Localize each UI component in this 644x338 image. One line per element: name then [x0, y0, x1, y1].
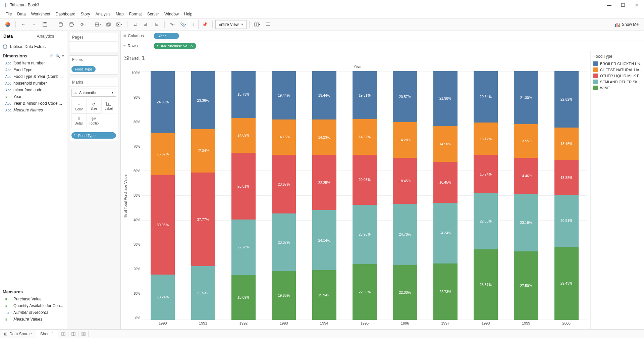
segment[interactable]: 20.03% — [353, 155, 377, 204]
save-button[interactable] — [40, 20, 50, 29]
segment[interactable]: 39.93% — [151, 175, 175, 275]
search-icon[interactable]: 🔍 — [55, 54, 60, 58]
rows-pill-purchase-value[interactable]: SUM(Purchase Va.. Δ — [154, 43, 196, 49]
segment[interactable]: 26.81% — [231, 153, 256, 220]
columns-pill-year[interactable]: Year — [154, 33, 179, 39]
sort-asc-button[interactable] — [141, 20, 151, 29]
segment[interactable]: 23.36% — [191, 71, 215, 129]
segment[interactable]: 14.28% — [393, 122, 417, 158]
field-purchase-value[interactable]: #Purchase Value — [0, 296, 67, 302]
segment[interactable]: 16.92% — [151, 133, 175, 175]
segment[interactable]: 13.12% — [474, 123, 498, 155]
new-dashboard-tab[interactable] — [68, 331, 78, 337]
legend-item[interactable]: WINE — [593, 85, 641, 91]
segment[interactable]: 19.44% — [312, 71, 336, 119]
menu-server[interactable]: Server — [145, 11, 161, 17]
segment[interactable]: 27.50% — [514, 251, 538, 320]
field-number-of-records[interactable]: =#Number of Records — [0, 309, 67, 316]
tab-analytics[interactable]: Analytics — [34, 31, 67, 42]
mark-label-button[interactable]: TLabel — [101, 99, 116, 113]
legend-item[interactable]: CHEESE NATURAL HA.. — [593, 67, 641, 73]
data-source-row[interactable]: Tableau Data Extract — [0, 42, 67, 51]
sheet-title[interactable]: Sheet 1 — [123, 54, 587, 64]
sort-desc-button[interactable] — [152, 20, 162, 29]
segment[interactable]: 22.39% — [353, 264, 377, 320]
field-measure-names[interactable]: AbcMeasure Names — [0, 107, 67, 113]
field-year[interactable]: #Year — [0, 93, 67, 100]
segment[interactable]: 22.62% — [554, 71, 579, 128]
segment[interactable]: 14.32% — [353, 119, 377, 155]
segment[interactable]: 23.19% — [514, 194, 538, 251]
tab-sheet-1[interactable]: Sheet 1 — [36, 330, 58, 338]
segment[interactable]: 24.70% — [393, 204, 417, 265]
menu-caret-icon[interactable]: ▾ — [62, 54, 64, 58]
segment[interactable]: 24.34% — [433, 203, 458, 263]
pin-button[interactable]: 📌 — [200, 20, 210, 29]
tableau-icon[interactable] — [3, 20, 13, 29]
menu-window[interactable]: Window — [162, 11, 181, 17]
segment[interactable]: 14.23% — [312, 119, 336, 155]
segment[interactable]: 22.73% — [433, 263, 458, 320]
segment[interactable]: 16.45% — [433, 162, 458, 203]
segment[interactable]: 23.07% — [272, 213, 296, 271]
menu-map[interactable]: Map — [114, 11, 125, 17]
segment[interactable]: 18.09% — [231, 275, 256, 320]
field-household-number[interactable]: Abchousehold number — [0, 80, 67, 87]
segment[interactable]: 21.53% — [191, 266, 215, 320]
stacked-bar-chart[interactable]: 18.24%39.93%16.92%24.90%21.53%37.77%17.3… — [142, 71, 587, 320]
segment[interactable]: 14.15% — [272, 119, 296, 155]
field-year-minor-food-code-[interactable]: AbcYear & Minor Food Code ... — [0, 100, 67, 107]
segment[interactable]: 13.16% — [554, 128, 579, 160]
segment[interactable]: 18.73% — [231, 71, 256, 118]
segment[interactable]: 14.50% — [433, 126, 458, 162]
segment[interactable]: 20.64% — [474, 71, 498, 123]
rows-shelf[interactable]: ≡Rows SUM(Purchase Va.. Δ — [121, 41, 644, 51]
segment[interactable]: 20.91% — [554, 195, 579, 247]
bar-1996[interactable]: 22.00%24.70%18.45%14.28%20.57% — [393, 71, 417, 320]
segment[interactable]: 22.28% — [231, 220, 256, 275]
legend-item[interactable]: BROILER CHICKEN UN.. — [593, 61, 641, 67]
columns-shelf[interactable]: iiiColumns Year — [121, 31, 644, 41]
new-worksheet-button[interactable]: ▾ — [93, 20, 103, 29]
bar-1993[interactable]: 19.68%23.07%23.67%14.15%19.44% — [272, 71, 296, 320]
menu-data[interactable]: Data — [15, 11, 28, 17]
group-button[interactable]: 📎▾ — [178, 20, 188, 29]
segment[interactable]: 18.24% — [151, 275, 175, 320]
segment[interactable]: 19.44% — [272, 71, 296, 119]
menu-dashboard[interactable]: Dashboard — [54, 11, 77, 17]
menu-worksheet[interactable]: Worksheet — [29, 11, 52, 17]
swap-button[interactable]: ⇄ — [130, 20, 140, 29]
show-me-button[interactable]: Show Me — [612, 22, 641, 27]
bar-1994[interactable]: 19.94%24.14%22.25%14.23%19.44% — [312, 71, 336, 320]
segment[interactable]: 22.63% — [474, 193, 498, 249]
field-measure-values[interactable]: #Measure Values — [0, 316, 67, 323]
segment[interactable]: 17.34% — [191, 129, 215, 172]
segment[interactable]: 19.31% — [353, 71, 377, 119]
segment[interactable]: 29.43% — [554, 247, 579, 320]
segment[interactable]: 22.25% — [312, 155, 336, 210]
bar-1991[interactable]: 21.53%37.77%17.34%23.36% — [191, 71, 215, 320]
cards-button[interactable]: ▾ — [252, 20, 262, 29]
close-button[interactable]: ✕ — [635, 2, 639, 8]
segment[interactable]: 21.98% — [433, 71, 458, 126]
new-datasource-button[interactable] — [56, 20, 66, 29]
new-story-tab[interactable] — [78, 331, 89, 337]
menu-analysis[interactable]: Analysis — [94, 11, 113, 17]
field-food-type-year-combi-[interactable]: AbcFood Type & Year (Combi... — [0, 73, 67, 80]
pause-updates-button[interactable]: ▾ — [66, 20, 76, 29]
bar-1998[interactable]: 28.37%22.63%15.24%13.12%20.64% — [474, 71, 498, 320]
field-food-item-number[interactable]: Abcfood item number — [0, 60, 67, 66]
segment[interactable]: 19.94% — [312, 270, 336, 320]
labels-button[interactable]: T — [189, 20, 199, 29]
segment[interactable]: 18.45% — [393, 158, 417, 204]
menu-format[interactable]: Format — [127, 11, 144, 17]
segment[interactable]: 13.55% — [514, 124, 538, 158]
duplicate-button[interactable] — [104, 20, 114, 29]
mark-detail-button[interactable]: ⊞Detail — [71, 113, 86, 128]
segment[interactable]: 22.00% — [393, 265, 417, 320]
fit-dropdown[interactable]: Entire View ▼ — [215, 20, 247, 29]
bar-1990[interactable]: 18.24%39.93%16.92%24.90% — [151, 71, 175, 320]
back-button[interactable]: ← — [18, 20, 29, 29]
legend-item[interactable]: SEMI AND OTHER SKI.. — [593, 79, 641, 85]
bar-1999[interactable]: 27.50%23.19%14.46%13.55%21.30% — [514, 71, 538, 320]
